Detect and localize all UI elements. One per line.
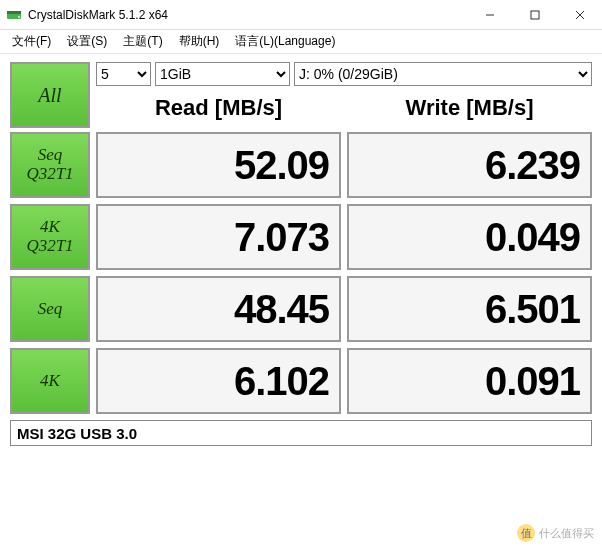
watermark-text: 什么值得买 <box>539 526 594 541</box>
4k-q32t1-read-value: 7.073 <box>96 204 341 270</box>
run-all-button[interactable]: All <box>10 62 90 128</box>
runs-select[interactable]: 5 <box>96 62 151 86</box>
drive-select[interactable]: J: 0% (0/29GiB) <box>294 62 592 86</box>
4k-write-value: 0.091 <box>347 348 592 414</box>
read-header: Read [MB/s] <box>96 95 341 121</box>
footer <box>10 420 592 446</box>
menu-settings[interactable]: 设置(S) <box>61 31 113 52</box>
close-button[interactable] <box>557 0 602 29</box>
watermark: 值 什么值得买 <box>517 524 594 542</box>
seq-q32t1-button[interactable]: Seq Q32T1 <box>10 132 90 198</box>
seq-q32t1-read-value: 52.09 <box>96 132 341 198</box>
watermark-icon: 值 <box>517 524 535 542</box>
app-icon <box>6 7 22 23</box>
window-controls <box>467 0 602 29</box>
menu-file[interactable]: 文件(F) <box>6 31 57 52</box>
seq-button[interactable]: Seq <box>10 276 90 342</box>
parameter-selects: 5 1GiB J: 0% (0/29GiB) <box>96 62 592 86</box>
device-name-input[interactable] <box>10 420 592 446</box>
minimize-button[interactable] <box>467 0 512 29</box>
seq-read-value: 48.45 <box>96 276 341 342</box>
svg-point-2 <box>18 16 20 18</box>
menu-help[interactable]: 帮助(H) <box>173 31 226 52</box>
4k-q32t1-button[interactable]: 4K Q32T1 <box>10 204 90 270</box>
window-title: CrystalDiskMark 5.1.2 x64 <box>28 8 168 22</box>
4k-q32t1-write-value: 0.049 <box>347 204 592 270</box>
svg-rect-4 <box>531 11 539 19</box>
menubar: 文件(F) 设置(S) 主题(T) 帮助(H) 语言(L)(Language) <box>0 30 602 54</box>
menu-theme[interactable]: 主题(T) <box>117 31 168 52</box>
seq-q32t1-write-value: 6.239 <box>347 132 592 198</box>
test-size-select[interactable]: 1GiB <box>155 62 290 86</box>
content-area: All 5 1GiB J: 0% (0/29GiB) Read [MB/s] W… <box>0 54 602 452</box>
titlebar: CrystalDiskMark 5.1.2 x64 <box>0 0 602 30</box>
maximize-button[interactable] <box>512 0 557 29</box>
svg-rect-1 <box>7 11 21 14</box>
4k-read-value: 6.102 <box>96 348 341 414</box>
4k-button[interactable]: 4K <box>10 348 90 414</box>
seq-write-value: 6.501 <box>347 276 592 342</box>
write-header: Write [MB/s] <box>347 95 592 121</box>
menu-language[interactable]: 语言(L)(Language) <box>229 31 341 52</box>
